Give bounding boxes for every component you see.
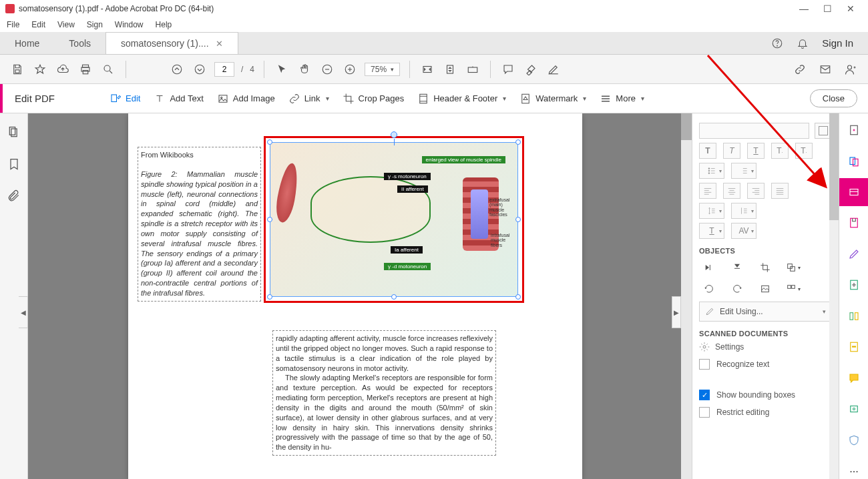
protect-icon[interactable] xyxy=(846,433,862,448)
collapse-right-icon[interactable]: ▶ xyxy=(672,296,681,328)
add-image-button[interactable]: Add Image xyxy=(217,93,275,105)
panel-scrollbar[interactable] xyxy=(829,113,839,479)
flip-horizontal-icon[interactable] xyxy=(699,259,719,276)
rotate-ccw-icon[interactable] xyxy=(699,280,719,298)
fill-sign-icon[interactable] xyxy=(846,246,862,262)
organize-pages-icon[interactable] xyxy=(846,278,862,293)
show-bounding-boxes-checkbox[interactable]: ✓ Show bounding boxes xyxy=(699,390,832,400)
collapse-left-icon[interactable]: ◀ xyxy=(19,296,28,328)
email-icon[interactable] xyxy=(817,61,833,77)
more-button[interactable]: More▾ xyxy=(600,93,644,105)
share-link-icon[interactable] xyxy=(792,61,808,77)
zoom-select[interactable]: 75%▾ xyxy=(365,63,400,76)
menu-help[interactable]: Help xyxy=(156,20,172,29)
align-justify-button[interactable] xyxy=(771,183,789,199)
thumbnails-icon[interactable] xyxy=(7,125,21,139)
edit-pdf-tool-icon[interactable] xyxy=(839,178,869,205)
search-icon[interactable] xyxy=(100,61,116,77)
close-editpdf-button[interactable]: Close xyxy=(810,89,857,107)
panel-scroll-thumb[interactable] xyxy=(829,113,839,220)
font-family-select[interactable] xyxy=(699,123,809,139)
star-icon[interactable] xyxy=(32,61,48,77)
sign-in-link[interactable]: Sign In xyxy=(822,37,853,49)
menu-edit[interactable]: Edit xyxy=(31,20,45,29)
horizontal-scale-select[interactable]: T xyxy=(699,223,724,239)
page-number-input[interactable] xyxy=(214,62,234,77)
tab-tools[interactable]: Tools xyxy=(54,32,105,54)
numbered-list-button[interactable] xyxy=(731,163,756,179)
resize-handle-tr[interactable] xyxy=(515,139,521,145)
print-icon[interactable] xyxy=(77,61,93,77)
tab-home[interactable]: Home xyxy=(0,32,54,54)
crop-pages-button[interactable]: Crop Pages xyxy=(343,93,405,105)
zoom-in-icon[interactable] xyxy=(342,61,358,77)
resize-handle-br[interactable] xyxy=(515,294,521,300)
redact-icon[interactable] xyxy=(846,340,862,355)
rotate-cw-icon[interactable] xyxy=(727,280,747,298)
save-icon[interactable] xyxy=(9,61,25,77)
bookmarks-icon[interactable] xyxy=(7,157,21,171)
document-viewport[interactable]: From Wikibooks Figure 2: Mammalian muscl… xyxy=(28,113,692,479)
rotate-handle[interactable] xyxy=(391,131,397,138)
doc-scroll-thumb[interactable] xyxy=(681,113,692,140)
maximize-button[interactable]: ☐ xyxy=(823,3,832,14)
align-center-button[interactable] xyxy=(723,183,740,199)
resize-handle-bl[interactable] xyxy=(267,294,272,300)
replace-image-icon[interactable] xyxy=(755,280,775,298)
align-objects-icon[interactable]: ▾ xyxy=(783,280,803,298)
sign-pen-icon[interactable] xyxy=(546,61,562,77)
char-spacing-select[interactable]: AV xyxy=(731,223,756,239)
resize-handle-tl[interactable] xyxy=(267,139,272,145)
minimize-button[interactable]: — xyxy=(799,3,809,14)
text-block-caption[interactable]: From Wikibooks Figure 2: Mammalian muscl… xyxy=(138,147,261,302)
bullet-list-button[interactable] xyxy=(699,163,724,179)
menu-file[interactable]: File xyxy=(7,20,19,29)
tab-close-icon[interactable]: ✕ xyxy=(216,39,223,49)
comment-icon[interactable] xyxy=(500,61,516,77)
zoom-out-icon[interactable] xyxy=(319,61,335,77)
combine-files-icon[interactable] xyxy=(846,154,862,169)
recognize-text-checkbox[interactable]: Recognize text xyxy=(699,359,832,370)
export-pdf-icon[interactable] xyxy=(846,215,862,231)
bold-button[interactable]: T xyxy=(699,143,716,159)
page-down-icon[interactable] xyxy=(192,61,208,77)
header-footer-button[interactable]: Header & Footer▾ xyxy=(417,93,506,105)
align-right-button[interactable] xyxy=(747,183,765,199)
link-button[interactable]: Link▾ xyxy=(288,93,329,105)
read-mode-icon[interactable] xyxy=(465,61,481,77)
share-person-icon[interactable] xyxy=(843,61,859,77)
attachments-icon[interactable] xyxy=(7,189,21,203)
italic-button[interactable]: T xyxy=(723,143,740,159)
close-window-button[interactable]: ✕ xyxy=(847,3,855,14)
doc-scrollbar[interactable] xyxy=(681,113,692,479)
cloud-upload-icon[interactable] xyxy=(55,61,71,77)
help-icon[interactable] xyxy=(771,37,783,49)
bell-icon[interactable] xyxy=(797,37,809,49)
subscript-button[interactable]: T. xyxy=(771,143,789,159)
menu-sign[interactable]: Sign xyxy=(87,20,103,29)
edit-button[interactable]: Edit xyxy=(110,93,140,105)
pointer-icon[interactable] xyxy=(274,61,290,77)
underline-button[interactable]: T xyxy=(747,143,765,159)
menu-window[interactable]: Window xyxy=(115,20,144,29)
compress-icon[interactable] xyxy=(846,308,862,324)
restrict-editing-checkbox[interactable]: Restrict editing xyxy=(699,407,832,418)
scan-ocr-icon[interactable] xyxy=(846,402,862,417)
watermark-button[interactable]: Watermark▾ xyxy=(519,93,586,105)
crop-object-icon[interactable] xyxy=(755,259,775,276)
tab-document[interactable]: somatosensory (1).... ✕ xyxy=(105,32,238,54)
add-text-button[interactable]: Add Text xyxy=(154,93,203,105)
page-up-icon[interactable] xyxy=(169,61,185,77)
more-tools-icon[interactable] xyxy=(846,464,862,479)
resize-handle-l[interactable] xyxy=(267,217,272,222)
settings-button[interactable]: Settings xyxy=(699,342,832,352)
menu-view[interactable]: View xyxy=(57,20,75,29)
flip-vertical-icon[interactable] xyxy=(727,259,747,276)
arrange-icon[interactable]: ▾ xyxy=(783,259,803,276)
fit-page-icon[interactable] xyxy=(442,61,458,77)
text-block-body[interactable]: rapidly adapting afferent activity, musc… xyxy=(272,330,496,456)
highlight-icon[interactable] xyxy=(523,61,539,77)
line-spacing-select[interactable] xyxy=(699,203,724,219)
paragraph-spacing-select[interactable] xyxy=(731,203,756,219)
comment-tool-icon[interactable] xyxy=(846,371,862,386)
